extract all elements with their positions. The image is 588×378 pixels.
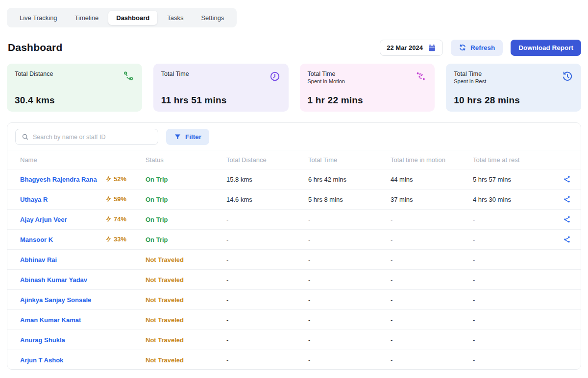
filter-label: Filter: [185, 133, 201, 141]
distance-cell: 14.6 kms: [226, 189, 308, 210]
table-row: Anurag Shukla Not Traveled - - - -: [7, 330, 581, 350]
time-cell: -: [308, 310, 391, 330]
table-row: Abinash Kumar Yadav Not Traveled - - - -: [7, 270, 581, 290]
status-badge: On Trip: [146, 216, 168, 223]
table-row: Arjun T Ashok Not Traveled - - - -: [7, 350, 581, 370]
battery-icon: [105, 176, 112, 182]
download-report-button[interactable]: Download Report: [511, 40, 581, 56]
staff-name-link[interactable]: Ajay Arjun Veer: [7, 210, 105, 230]
staff-name-link[interactable]: Abhinav Rai: [7, 250, 105, 270]
share-icon: [563, 237, 571, 245]
tab-settings[interactable]: Settings: [193, 11, 232, 25]
calendar-icon: [428, 44, 436, 52]
rest-cell: -: [473, 250, 553, 270]
refresh-button[interactable]: Refresh: [451, 40, 503, 56]
status-badge: Not Traveled: [146, 336, 184, 344]
share-button[interactable]: [561, 213, 573, 225]
time-cell: -: [308, 330, 391, 350]
time-cell: -: [308, 270, 391, 290]
tab-live-tracking[interactable]: Live Tracking: [12, 11, 65, 25]
staff-name-link[interactable]: Mansoor K: [7, 230, 105, 250]
battery-icon: [105, 216, 112, 222]
share-icon: [563, 217, 571, 225]
card-value: 30.4 kms: [15, 95, 134, 106]
staff-name-link[interactable]: Abinash Kumar Yadav: [7, 270, 105, 290]
share-icon: [563, 197, 571, 205]
table-row: Aman Kumar Kamat Not Traveled - - - -: [7, 310, 581, 330]
distance-cell: -: [226, 330, 308, 350]
col-time-in-motion: Total time in motion: [391, 150, 473, 169]
status-badge: Not Traveled: [146, 296, 184, 304]
distance-cell: -: [226, 250, 308, 270]
col-total-time: Total Time: [308, 150, 391, 169]
staff-name-link[interactable]: Anurag Shukla: [7, 330, 105, 350]
table-header-row: Name Status Total Distance Total Time To…: [7, 150, 581, 169]
status-badge: Not Traveled: [146, 356, 184, 364]
battery-icon: [105, 196, 112, 202]
motion-cell: 37 mins: [391, 189, 473, 210]
card-time-in-motion: Total Time Spent in Motion 1 hr 22 mins: [300, 64, 435, 112]
tab-tasks[interactable]: Tasks: [159, 11, 191, 25]
battery-percent: 52%: [114, 175, 126, 183]
distance-cell: -: [226, 350, 308, 370]
share-button[interactable]: [561, 193, 573, 205]
stat-cards: Total Distance 30.4 kms Total Time: [7, 64, 581, 112]
time-cell: -: [308, 210, 391, 230]
clock-icon: [269, 71, 281, 82]
tab-dashboard[interactable]: Dashboard: [108, 11, 157, 25]
rest-cell: -: [473, 210, 553, 230]
card-subtitle: Spent in Motion: [308, 78, 345, 84]
distance-cell: -: [226, 270, 308, 290]
staff-name-link[interactable]: Bhagyesh Rajendra Rana: [7, 169, 105, 189]
dashboard-page: Live Tracking Timeline Dashboard Tasks S…: [0, 0, 588, 378]
share-button[interactable]: [561, 234, 573, 245]
distance-cell: -: [226, 310, 308, 330]
search-icon: [22, 133, 29, 141]
rest-cell: -: [473, 270, 553, 290]
table-row: Uthaya R 59% On Trip 14.6 kms 5 hrs 8 mi…: [7, 189, 581, 210]
distance-cell: -: [226, 210, 308, 230]
staff-name-link[interactable]: Uthaya R: [7, 189, 105, 210]
history-icon: [562, 71, 573, 82]
table-row: Ajay Arjun Veer 74% On Trip - - - -: [7, 210, 581, 230]
rest-cell: -: [473, 290, 553, 310]
refresh-icon: [459, 44, 466, 51]
motion-cell: -: [391, 350, 473, 370]
battery-icon: [105, 236, 112, 242]
rest-cell: 5 hrs 57 mins: [473, 169, 553, 189]
filter-icon: [174, 133, 181, 141]
filter-button[interactable]: Filter: [166, 129, 209, 145]
share-button[interactable]: [561, 173, 573, 185]
card-value: 11 hrs 51 mins: [161, 95, 281, 106]
staff-name-link[interactable]: Ajinkya Sanjay Sonsale: [7, 290, 105, 310]
col-battery: [105, 150, 146, 169]
status-badge: On Trip: [146, 236, 168, 243]
table-row: Ajinkya Sanjay Sonsale Not Traveled - - …: [7, 290, 581, 310]
table-row: Mansoor K 33% On Trip - - - -: [7, 230, 581, 250]
date-picker-button[interactable]: 22 Mar 2024: [380, 40, 443, 56]
tab-timeline[interactable]: Timeline: [67, 11, 107, 25]
rest-cell: -: [473, 350, 553, 370]
table-row: Abhinav Rai Not Traveled - - - -: [7, 250, 581, 270]
distance-cell: -: [226, 290, 308, 310]
motion-cell: -: [391, 230, 473, 250]
motion-cell: -: [391, 270, 473, 290]
search-input[interactable]: [33, 134, 152, 141]
card-title: Total Time: [454, 71, 486, 78]
motion-cell: 44 mins: [391, 169, 473, 189]
battery-percent: 74%: [114, 215, 126, 223]
card-title: Total Distance: [15, 71, 53, 78]
staff-name-link[interactable]: Aman Kumar Kamat: [7, 310, 105, 330]
staff-name-link[interactable]: Arjun T Ashok: [7, 350, 105, 370]
date-value: 22 Mar 2024: [387, 44, 423, 51]
time-cell: -: [308, 250, 391, 270]
battery-cell: 52%: [105, 175, 126, 183]
time-cell: -: [308, 350, 391, 370]
col-status: Status: [146, 150, 226, 169]
rest-cell: -: [473, 310, 553, 330]
status-badge: Not Traveled: [146, 256, 184, 263]
main-tabbar: Live Tracking Timeline Dashboard Tasks S…: [7, 8, 237, 27]
col-total-distance: Total Distance: [226, 150, 308, 169]
distance-cell: -: [226, 230, 308, 250]
time-cell: 6 hrs 42 mins: [308, 169, 391, 189]
